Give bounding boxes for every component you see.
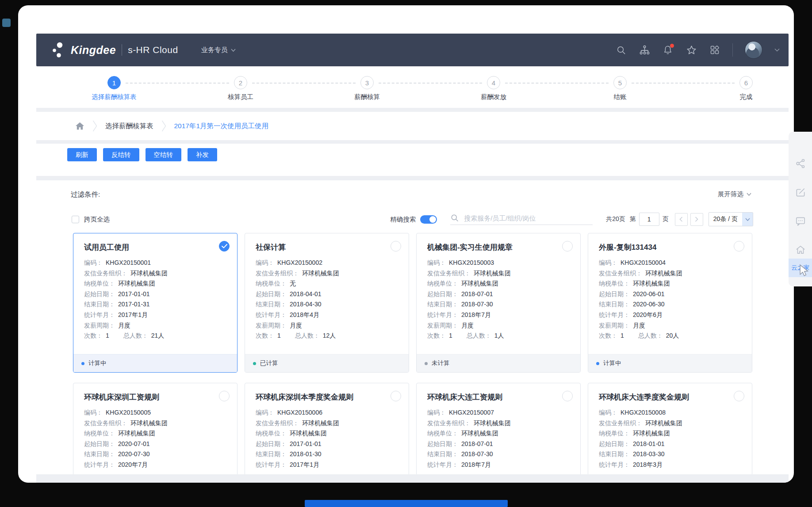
payroll-card-3[interactable]: 机械集团-实习生使用规章 编码：KHGX20150003 发信业务组织：环球机械… (416, 233, 581, 373)
role-menu[interactable]: 业务专员 (201, 46, 236, 54)
field-label: 统计年月： (256, 461, 287, 469)
card-radio[interactable] (562, 241, 573, 252)
next-page-button[interactable] (690, 213, 703, 226)
step-5-closing[interactable]: 5 结账 (585, 76, 655, 101)
payroll-card-2[interactable]: 社保计算 编码：KHGX20150002 发信业务组织：环球机械集团 纳税单位：… (245, 233, 409, 373)
field-value: 1 (106, 332, 109, 339)
field-label: 起始日期： (256, 440, 287, 448)
card-title: 外服-复制131434 (599, 242, 741, 252)
precise-search-toggle[interactable] (420, 215, 437, 224)
field-value: 2018-07-01 (461, 440, 493, 447)
card-fields: 编码：KHGX20150003 发信业务组织：环球机械集团 纳税单位：环球机械集… (427, 259, 570, 343)
user-avatar[interactable] (745, 41, 762, 59)
reverse-carryover-button[interactable]: 反结转 (103, 148, 139, 161)
share-icon[interactable] (795, 158, 806, 169)
select-chevron-area (742, 213, 753, 226)
workflow-stepper: 1 选择薪酬核算表 2 核算员工 3 薪酬核算 4 薪酬发放 5 结账 6 完成 (36, 66, 789, 108)
field-label: 统计年月： (84, 311, 115, 319)
status-dot (81, 362, 84, 365)
card-fields: 编码：KHGX20150006 发信业务组织：环球机械集团 纳税单位：环球机械集… (256, 409, 398, 472)
org-chart-icon[interactable] (639, 44, 650, 56)
field-value: 2018-07-30 (461, 450, 493, 457)
payroll-card-7[interactable]: 环球机床大连工资规则 编码：KHGX20150007 发信业务组织：环球机械集团… (416, 383, 581, 474)
field-value: 2018-07-01 (461, 290, 493, 297)
payroll-card-4[interactable]: 外服-复制131434 编码：KHGX20150004 发信业务组织：环球机械集… (588, 233, 752, 373)
page-size-select[interactable]: 20条 / 页 (709, 212, 753, 226)
card-radio[interactable] (562, 391, 573, 401)
field-value: 2020-07-30 (118, 450, 150, 457)
status-label: 计算中 (88, 359, 107, 367)
card-radio[interactable] (734, 241, 744, 252)
chevron-right-icon (695, 217, 698, 222)
comment-icon[interactable] (795, 215, 806, 227)
bell-icon[interactable] (662, 44, 674, 56)
empty-carryover-button[interactable]: 空结转 (146, 148, 182, 161)
status-label: 未计算 (432, 359, 450, 367)
step-1-select-payroll-table[interactable]: 1 选择薪酬核算表 (79, 76, 149, 101)
reissue-button[interactable]: 补发 (188, 148, 217, 161)
home-icon[interactable] (795, 244, 806, 255)
refresh-button[interactable]: 刷新 (67, 148, 97, 161)
payroll-card-6[interactable]: 环球机床深圳本季度奖金规则 编码：KHGX20150006 发信业务组织：环球机… (245, 383, 409, 474)
field-label: 结束日期： (256, 301, 287, 309)
page-number-input[interactable] (639, 213, 659, 226)
select-all-checkbox[interactable] (72, 216, 79, 223)
app-header: Kingdee s-HR Cloud 业务专员 (36, 34, 789, 66)
search-icon[interactable] (615, 44, 627, 56)
field-value: 月度 (633, 322, 645, 330)
field-value: 环球机械集团 (118, 430, 155, 438)
field-label: 发信业务组织： (427, 270, 471, 278)
field-value: 环球机械集团 (474, 270, 511, 278)
step-label: 完成 (711, 93, 781, 101)
edit-icon[interactable] (795, 187, 806, 198)
card-radio-selected[interactable] (219, 241, 230, 252)
card-title: 环球机床深圳本季度奖金规则 (256, 392, 398, 402)
payroll-card-5[interactable]: 环球机床深圳工资规则 编码：KHGX20150005 发信业务组织：环球机械集团… (73, 383, 237, 474)
avatar-chevron-down-icon[interactable] (774, 48, 780, 52)
mouse-cursor (799, 264, 810, 278)
notification-badge (670, 44, 674, 48)
field-label: 统计年月： (427, 461, 458, 469)
field-value: 2020-06-01 (633, 290, 665, 297)
brand-divider (122, 44, 122, 56)
step-4-payroll-release[interactable]: 4 薪酬发放 (458, 76, 529, 101)
field-value: 无 (290, 280, 296, 288)
toggle-knob (429, 216, 436, 223)
card-radio[interactable] (219, 391, 230, 401)
field-label: 编码： (256, 409, 274, 417)
field-label: 发信业务组织： (84, 270, 127, 278)
brand-name: Kingdee (71, 44, 116, 57)
home-icon[interactable] (75, 122, 84, 130)
field-value: 2018-07-30 (461, 301, 493, 308)
step-3-payroll-calc[interactable]: 3 薪酬核算 (332, 76, 402, 101)
field-value: KHGX20150001 (106, 259, 151, 266)
card-radio[interactable] (734, 391, 744, 401)
step-6-done[interactable]: 6 完成 (711, 76, 781, 101)
field-label: 编码： (84, 409, 103, 417)
breadcrumb-level2-current[interactable]: 2017年1月第一次使用员工使用 (174, 122, 269, 131)
field-label: 结束日期： (599, 301, 630, 309)
field-label: 统计年月： (599, 461, 630, 469)
breadcrumb-level1[interactable]: 选择薪酬核算表 (105, 122, 153, 131)
payroll-card-8[interactable]: 环球机床大连季度奖金规则 编码：KHGX20150008 发信业务组织：环球机械… (588, 383, 752, 474)
expand-filter-button[interactable]: 展开筛选 (718, 190, 751, 198)
apps-grid-icon[interactable] (709, 44, 720, 56)
chevron-left-icon (679, 217, 683, 222)
card-radio[interactable] (391, 391, 401, 401)
star-icon[interactable] (686, 44, 697, 56)
search-input[interactable] (464, 214, 593, 222)
field-value: 2020年7月 (118, 461, 148, 469)
step-label: 薪酬发放 (458, 93, 529, 101)
payroll-card-1[interactable]: 试用员工使用 编码：KHGX20150001 发信业务组织：环球机械集团 纳税单… (73, 233, 237, 373)
field-label: 纳税单位： (427, 430, 458, 438)
card-radio[interactable] (391, 241, 401, 252)
card-fields: 编码：KHGX20150005 发信业务组织：环球机械集团 纳税单位：环球机械集… (84, 409, 226, 472)
step-2-calc-employees[interactable]: 2 核算员工 (205, 76, 276, 101)
payroll-card-grid: 试用员工使用 编码：KHGX20150001 发信业务组织：环球机械集团 纳税单… (73, 233, 752, 474)
button-row: 刷新 反结转 空结转 补发 (67, 148, 217, 161)
field-value: KHGX20150002 (277, 259, 322, 266)
field-label: 纳税单位： (427, 280, 458, 288)
field-value: 2018-04-01 (290, 290, 322, 297)
prev-page-button[interactable] (675, 213, 688, 226)
field-label: 发信业务组织： (256, 270, 299, 278)
